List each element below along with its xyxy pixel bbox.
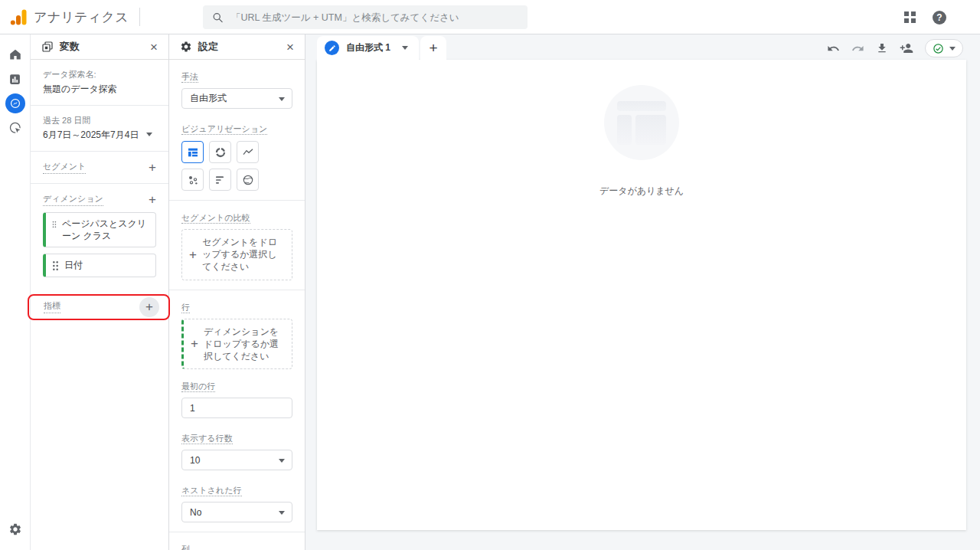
canvas-tab-bar: 自由形式 1 +	[305, 34, 980, 60]
search-bar[interactable]	[203, 5, 528, 29]
visualization-label: ビジュアリゼーション	[181, 124, 267, 135]
edit-tab-button[interactable]	[325, 41, 339, 55]
settings-close-icon[interactable]: ×	[286, 41, 294, 54]
tab-menu-caret-icon[interactable]	[402, 46, 408, 50]
chevron-down-icon	[279, 97, 285, 101]
geo-map-globe-icon	[242, 174, 254, 186]
person-add-icon	[900, 41, 913, 55]
variables-panel-header: 変数 ×	[31, 34, 168, 60]
viz-line-button[interactable]	[237, 141, 259, 163]
dimensions-section: ディメンション + ページパスとスクリーン クラス	[31, 184, 168, 286]
date-range-tag: 過去 28 日間	[43, 115, 156, 126]
metrics-section: 指標 +	[31, 286, 168, 329]
pencil-icon	[328, 44, 336, 52]
chevron-down-icon	[279, 511, 285, 515]
home-icon	[8, 47, 22, 61]
rows-section: 行 + ディメンションをドロップするか選択してください	[169, 290, 305, 370]
date-range-value[interactable]: 6月7日～2025年7月4日	[43, 129, 139, 142]
exploration-canvas: 自由形式 1 +	[305, 34, 980, 550]
metrics-row-highlighted: 指標 +	[28, 294, 170, 320]
explore-compass-icon	[9, 97, 21, 110]
exploration-name-label: データ探索名:	[43, 69, 156, 80]
first-row-value: 1	[190, 403, 195, 414]
search-input[interactable]	[231, 12, 518, 23]
nav-home-icon[interactable]	[3, 42, 28, 67]
plus-icon: +	[189, 248, 197, 261]
viz-geo-map-button[interactable]	[237, 169, 259, 191]
dimension-chip-date[interactable]: 日付	[43, 254, 156, 277]
row-count-section: 表示する行数 10	[169, 421, 305, 473]
segment-dropzone-text: セグメントをドロップするか選択してください	[202, 236, 286, 273]
empty-table-header-shape	[617, 101, 666, 111]
horizontal-bar-chart-icon	[214, 174, 227, 186]
empty-state-illustration	[604, 85, 679, 160]
app-title: アナリティクス	[34, 8, 129, 26]
validation-status-button[interactable]	[925, 39, 963, 57]
add-dimension-button[interactable]: +	[149, 193, 156, 206]
bar-chart-icon	[8, 73, 21, 86]
chevron-down-icon	[949, 47, 956, 51]
canvas-toolbar	[827, 39, 963, 57]
dimensions-label: ディメンション	[43, 193, 103, 206]
google-analytics-logo-icon[interactable]	[9, 8, 28, 26]
rows-dimension-dropzone[interactable]: + ディメンションをドロップするか選択してください	[181, 319, 292, 370]
add-tab-button[interactable]: +	[420, 36, 446, 60]
tab-label: 自由形式 1	[346, 41, 390, 54]
date-range-section[interactable]: 過去 28 日間 6月7日～2025年7月4日	[31, 106, 168, 152]
settings-scroll-area: 手法 自由形式 ビジュアリゼーション	[169, 60, 305, 550]
settings-panel-title: 設定	[198, 40, 280, 54]
dimension-chip-page-path[interactable]: ページパスとスクリーン クラス	[43, 212, 156, 247]
nav-admin-gear[interactable]	[0, 522, 31, 536]
add-metric-button[interactable]: +	[139, 297, 159, 317]
viz-donut-button[interactable]	[209, 141, 231, 163]
download-icon	[876, 42, 888, 54]
donut-chart-icon	[214, 146, 227, 159]
chevron-down-icon	[279, 459, 285, 463]
gear-icon	[8, 522, 22, 536]
diagnostics-grid-icon[interactable]	[904, 11, 916, 23]
columns-label: 列	[181, 545, 190, 550]
line-chart-icon	[242, 146, 254, 159]
metrics-label: 指標	[44, 300, 60, 313]
nav-reports-icon[interactable]	[3, 67, 28, 91]
first-row-input[interactable]: 1	[181, 398, 292, 418]
plus-icon: +	[191, 337, 198, 350]
scatter-plot-icon	[187, 174, 199, 186]
viz-table-button[interactable]	[181, 141, 204, 163]
first-row-label: 最初の行	[181, 381, 215, 392]
download-button[interactable]	[876, 42, 888, 54]
redo-button[interactable]	[851, 42, 864, 55]
nav-explore-icon-active[interactable]	[3, 91, 28, 116]
analytics-app: アナリティクス ?	[0, 0, 980, 550]
viz-scatter-button[interactable]	[181, 169, 204, 191]
undo-button[interactable]	[827, 42, 840, 55]
tab-freeform-1[interactable]: 自由形式 1	[317, 36, 419, 60]
drag-handle-icon	[52, 219, 57, 230]
row-count-value: 10	[190, 455, 200, 466]
viz-bar-button[interactable]	[209, 169, 231, 191]
tab-settings-panel: 設定 × 手法 自由形式 ビジュアリゼーション	[169, 34, 305, 550]
variables-close-icon[interactable]: ×	[150, 41, 158, 54]
rows-label: 行	[181, 303, 190, 313]
exploration-name-section[interactable]: データ探索名: 無題のデータ探索	[31, 60, 168, 106]
row-count-label: 表示する行数	[181, 434, 233, 444]
plus-icon: +	[429, 40, 437, 57]
check-circle-icon	[933, 43, 944, 54]
table-chart-icon	[187, 146, 199, 159]
drag-handle-icon	[52, 260, 59, 271]
help-icon[interactable]: ?	[933, 11, 946, 25]
share-button[interactable]	[900, 41, 913, 55]
nested-rows-label: ネストされた行	[181, 486, 242, 496]
exploration-name-value[interactable]: 無題のデータ探索	[43, 83, 156, 96]
redo-icon	[851, 42, 864, 55]
nested-rows-select[interactable]: No	[181, 502, 292, 522]
add-segment-button[interactable]: +	[149, 161, 156, 174]
freeform-table-card: データがありません	[317, 60, 966, 530]
empty-table-cell-shape	[635, 115, 666, 145]
segment-dropzone[interactable]: + セグメントをドロップするか選択してください	[181, 229, 292, 280]
visualization-picker	[181, 141, 286, 191]
nav-advertising-icon[interactable]	[3, 116, 28, 140]
left-nav-rail	[0, 34, 31, 550]
row-count-select[interactable]: 10	[181, 450, 292, 470]
technique-select[interactable]: 自由形式	[181, 88, 292, 109]
